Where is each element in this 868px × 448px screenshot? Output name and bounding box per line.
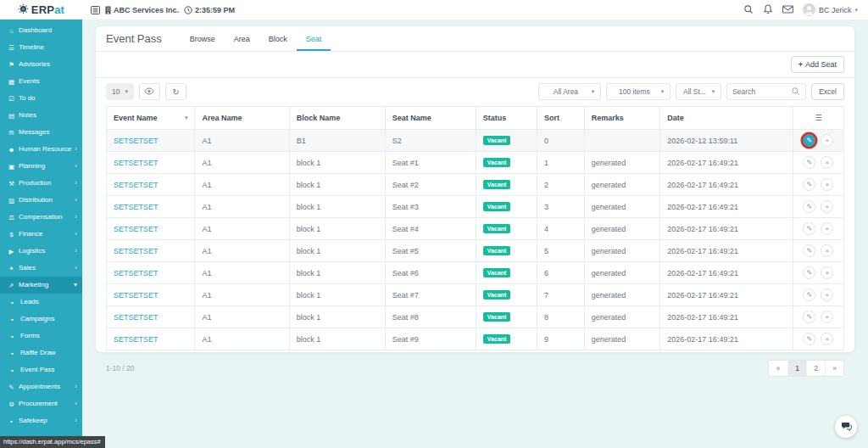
- col-block-name[interactable]: Block Name: [289, 107, 385, 130]
- edit-button[interactable]: ✎: [803, 311, 815, 323]
- sidebar-item-safekeep[interactable]: ▪Safekeep›: [0, 412, 82, 429]
- notifications-bell-icon[interactable]: [763, 4, 773, 16]
- table-row[interactable]: SETSETSET A1 block 1 Seat #7 Vacant 7 ge…: [107, 284, 844, 306]
- edit-button[interactable]: ✎: [803, 178, 815, 191]
- edit-button[interactable]: ✎: [803, 333, 815, 345]
- table-row[interactable]: SETSETSET A1 block 1 Seat #5 Vacant 5 ge…: [107, 240, 844, 262]
- pagination-page-1[interactable]: 1: [787, 361, 806, 376]
- sidebar-toggle-icon[interactable]: [91, 6, 100, 14]
- pagination-next[interactable]: »: [825, 361, 843, 376]
- delete-button[interactable]: ×: [821, 311, 833, 323]
- search-icon[interactable]: [791, 84, 800, 99]
- table-row[interactable]: SETSETSET A1 block 1 Seat #1 Vacant 1 ge…: [107, 152, 844, 174]
- company-selector[interactable]: ABC Services Inc.: [105, 6, 179, 14]
- refresh-button[interactable]: ↻: [165, 83, 186, 100]
- tab-area[interactable]: Area: [225, 26, 259, 51]
- cell-event-name[interactable]: SETSETSET: [107, 306, 195, 328]
- search-icon[interactable]: [743, 4, 754, 16]
- sidebar-item-campaigns[interactable]: •Campaigns: [0, 311, 82, 328]
- sidebar-item-advisories[interactable]: ⚑Advisories: [0, 56, 82, 73]
- tab-seat[interactable]: Seat: [297, 26, 331, 51]
- col-sort[interactable]: Sort: [537, 107, 585, 130]
- sidebar-item-logistics[interactable]: ▶Logistics›: [0, 243, 82, 260]
- sidebar-item-sales[interactable]: ✦Sales›: [0, 260, 82, 277]
- sidebar-item-raffle-draw[interactable]: •Raffle Draw: [0, 344, 82, 361]
- area-filter-select[interactable]: All Area ▾: [538, 83, 601, 100]
- sidebar-item-procurement[interactable]: ⚙Procurement›: [0, 395, 82, 412]
- status-filter-select[interactable]: All St... ▾: [676, 83, 721, 100]
- table-row[interactable]: SETSETSET A1 block 1 Seat #9 Vacant 9 ge…: [107, 328, 844, 350]
- col-event-name[interactable]: Event Name▾: [107, 107, 195, 130]
- cell-event-name[interactable]: SETSETSET: [107, 218, 195, 240]
- tab-block[interactable]: Block: [259, 26, 297, 51]
- cell-event-name[interactable]: SETSETSET: [107, 152, 195, 174]
- sidebar-item-production[interactable]: ⚒Production›: [0, 175, 82, 192]
- sidebar-item-timeline[interactable]: ☰Timeline: [0, 39, 82, 56]
- col-seat-name[interactable]: Seat Name: [385, 107, 476, 130]
- pagination-prev[interactable]: «: [769, 361, 787, 376]
- sidebar-item-appointments[interactable]: ✎Appointments›: [0, 378, 82, 395]
- toggle-columns-button[interactable]: [139, 83, 160, 100]
- pagination-page-2[interactable]: 2: [806, 361, 825, 376]
- table-row[interactable]: SETSETSET A1 B1 S2 Vacant 0 2026-02-12 1…: [107, 130, 844, 152]
- delete-button[interactable]: ×: [821, 288, 833, 301]
- sidebar-item-events[interactable]: ▦Events: [0, 73, 82, 90]
- table-row[interactable]: SETSETSET A1 block 1 Seat #4 Vacant 4 ge…: [107, 218, 844, 240]
- cell-event-name[interactable]: SETSETSET: [107, 240, 195, 262]
- delete-button[interactable]: ×: [821, 222, 833, 235]
- cell-event-name[interactable]: SETSETSET: [107, 130, 195, 152]
- edit-button[interactable]: ✎: [803, 156, 815, 169]
- page-size-select[interactable]: 10 ▾: [106, 83, 134, 100]
- table-row[interactable]: SETSETSET A1 block 1 Seat #3 Vacant 3 ge…: [107, 196, 844, 218]
- delete-button[interactable]: ×: [821, 156, 833, 169]
- edit-button[interactable]: ✎: [803, 266, 815, 279]
- table-row[interactable]: SETSETSET A1 block 1 Seat #8 Vacant 8 ge…: [107, 306, 844, 328]
- sidebar-item-to-do[interactable]: ☑To do: [0, 90, 82, 107]
- cell-event-name[interactable]: SETSETSET: [107, 174, 195, 196]
- col-date[interactable]: Date: [660, 107, 793, 130]
- sidebar-item-forms[interactable]: •Forms: [0, 328, 82, 344]
- edit-button[interactable]: ✎: [803, 200, 815, 213]
- excel-export-button[interactable]: Excel: [811, 83, 844, 100]
- delete-button[interactable]: ×: [821, 266, 833, 279]
- sidebar-item-human-resource[interactable]: ☻Human Resource›: [0, 141, 82, 158]
- sidebar-item-event-pass[interactable]: •Event Pass: [0, 361, 82, 378]
- brand-logo[interactable]: ERPat: [0, 3, 82, 17]
- cell-event-name[interactable]: SETSETSET: [107, 196, 195, 218]
- messages-envelope-icon[interactable]: [782, 5, 793, 15]
- sidebar-item-planning[interactable]: ▣Planning›: [0, 158, 82, 175]
- col-status[interactable]: Status: [476, 107, 537, 130]
- cell-event-name[interactable]: SETSETSET: [107, 284, 195, 306]
- sidebar-item-finance[interactable]: $Finance›: [0, 226, 82, 243]
- search-input[interactable]: [732, 87, 787, 96]
- sidebar-item-compensation[interactable]: ⚖Compensation›: [0, 209, 82, 226]
- table-row[interactable]: SETSETSET A1 block 1 Seat #2 Vacant 2 ge…: [107, 174, 844, 196]
- user-menu[interactable]: BC Jerick ▾: [803, 3, 858, 16]
- delete-button[interactable]: ×: [821, 134, 833, 147]
- sidebar-item-dashboard[interactable]: ⌂Dashboard: [0, 22, 82, 39]
- cell-event-name[interactable]: SETSETSET: [107, 262, 195, 284]
- delete-button[interactable]: ×: [821, 333, 833, 345]
- tab-browse[interactable]: Browse: [181, 26, 225, 51]
- todo-icon: ☑: [8, 95, 15, 103]
- edit-button[interactable]: ✎: [803, 288, 815, 301]
- delete-button[interactable]: ×: [821, 178, 833, 191]
- items-count-select[interactable]: 100 items ▾: [606, 83, 670, 100]
- sidebar-item-messages[interactable]: ✉Messages: [0, 124, 82, 141]
- col-area-name[interactable]: Area Name: [195, 107, 289, 130]
- delete-button[interactable]: ×: [821, 200, 833, 213]
- delete-button[interactable]: ×: [821, 244, 833, 257]
- col-remarks[interactable]: Remarks: [584, 107, 660, 130]
- columns-menu-icon[interactable]: ☰: [815, 114, 821, 122]
- edit-button[interactable]: ✎: [803, 244, 815, 257]
- sidebar-item-leads[interactable]: •Leads: [0, 294, 82, 311]
- add-seat-button[interactable]: + Add Seat: [791, 56, 844, 73]
- edit-button[interactable]: ✎: [803, 222, 815, 235]
- sidebar-item-notes[interactable]: ▤Notes: [0, 107, 82, 124]
- cell-event-name[interactable]: SETSETSET: [107, 328, 195, 350]
- chat-button[interactable]: [835, 416, 857, 438]
- sidebar-item-marketing[interactable]: ⇗Marketing▾: [0, 277, 82, 294]
- edit-button[interactable]: ✎: [803, 134, 815, 147]
- table-row[interactable]: SETSETSET A1 block 1 Seat #6 Vacant 6 ge…: [107, 262, 844, 284]
- sidebar-item-distribution[interactable]: ▥Distribution›: [0, 192, 82, 209]
